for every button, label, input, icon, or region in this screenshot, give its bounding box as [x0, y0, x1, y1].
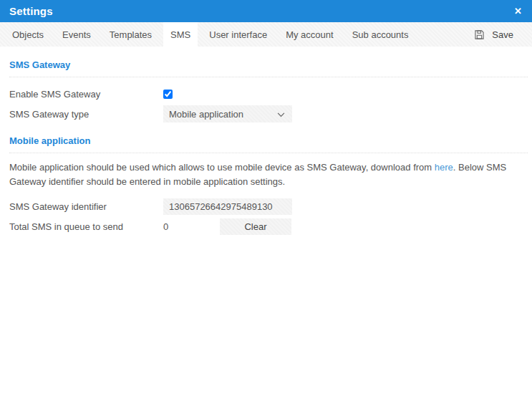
tab-objects[interactable]: Objects — [5, 22, 51, 47]
enable-sms-gateway-row: Enable SMS Gateway — [9, 85, 528, 102]
description-text-before-link: Mobile application should be used which … — [9, 162, 435, 173]
save-button-label: Save — [492, 29, 513, 40]
settings-window: Settings ✕ Objects Events Templates SMS … — [0, 0, 532, 414]
sms-gateway-identifier-row: SMS Gateway identifier 13065726642975489… — [9, 198, 528, 215]
clear-queue-button-label: Clear — [244, 221, 266, 232]
tab-sub-accounts[interactable]: Sub accounts — [345, 22, 416, 47]
chevron-down-icon — [277, 109, 285, 120]
section-divider — [9, 77, 528, 77]
section-title-mobile-application: Mobile application — [9, 135, 528, 148]
download-here-link[interactable]: here — [435, 162, 453, 173]
clear-queue-button[interactable]: Clear — [220, 218, 291, 235]
sms-queue-label: Total SMS in queue to send — [9, 221, 163, 232]
sms-gateway-type-value: Mobile application — [169, 109, 243, 120]
window-title: Settings — [9, 5, 53, 17]
titlebar: Settings ✕ — [0, 0, 532, 22]
sms-gateway-type-label: SMS Gateway type — [9, 109, 163, 120]
mobile-application-description: Mobile application should be used which … — [9, 160, 528, 188]
save-icon — [475, 30, 484, 39]
tab-events[interactable]: Events — [55, 22, 98, 47]
sms-gateway-identifier-value: 13065726642975489130 — [169, 201, 273, 212]
sms-queue-row: Total SMS in queue to send 0 Clear — [9, 218, 528, 235]
tab-sms[interactable]: SMS — [163, 22, 198, 47]
sms-gateway-type-dropdown[interactable]: Mobile application — [163, 105, 292, 122]
tab-my-account[interactable]: My account — [279, 22, 340, 47]
sms-gateway-identifier-field[interactable]: 13065726642975489130 — [163, 198, 292, 215]
tab-user-interface[interactable]: User interface — [202, 22, 274, 47]
sms-gateway-type-row: SMS Gateway type Mobile application — [9, 105, 528, 122]
sms-gateway-identifier-label: SMS Gateway identifier — [9, 201, 163, 212]
settings-content: SMS Gateway Enable SMS Gateway SMS Gatew… — [0, 59, 532, 235]
save-button[interactable]: Save — [465, 22, 532, 47]
enable-sms-gateway-label: Enable SMS Gateway — [9, 89, 163, 100]
section-divider — [9, 153, 528, 153]
tab-templates[interactable]: Templates — [102, 22, 159, 47]
sms-queue-count: 0 — [163, 221, 220, 232]
enable-sms-gateway-checkbox[interactable] — [163, 90, 173, 99]
section-title-sms-gateway: SMS Gateway — [9, 59, 528, 72]
tab-bar: Objects Events Templates SMS User interf… — [0, 22, 532, 47]
close-icon[interactable]: ✕ — [513, 5, 523, 17]
tabs: Objects Events Templates SMS User interf… — [0, 22, 417, 47]
